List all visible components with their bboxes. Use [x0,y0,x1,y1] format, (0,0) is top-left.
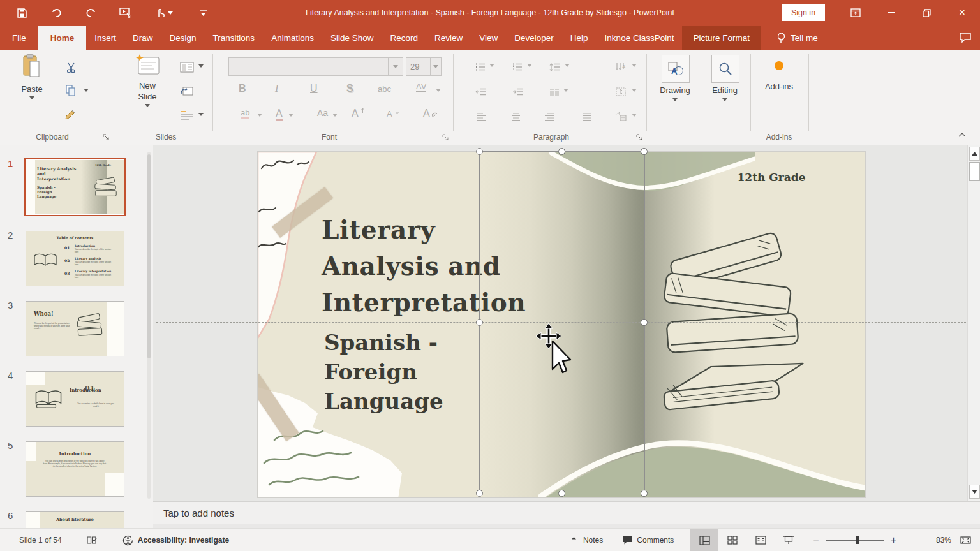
tab-design[interactable]: Design [161,26,205,50]
ribbon-display-options-icon[interactable] [841,0,870,26]
slide-layout-icon[interactable] [180,61,194,73]
selection-handle-bottom-middle[interactable] [558,490,565,497]
section-icon[interactable] [180,109,194,122]
slide-thumbnail-2[interactable]: Table of contents 01 Introduction You ca… [26,231,124,286]
selection-handle-top-middle[interactable] [558,148,565,155]
normal-view-button[interactable] [690,529,718,551]
tab-draw[interactable]: Draw [124,26,161,50]
slide-thumbnail-3[interactable]: Whoa! This can be the part of the presen… [26,301,124,356]
font-name-combobox[interactable] [228,57,403,76]
underline-button[interactable]: U [310,83,318,94]
notes-toggle[interactable]: Notes [569,536,603,545]
drawing-button[interactable]: A [662,55,690,83]
redo-icon[interactable] [83,5,98,20]
selection-handle-bottom-right[interactable] [641,490,648,497]
highlight-chevron-icon[interactable] [257,114,262,117]
tab-slide-show[interactable]: Slide Show [322,26,382,50]
save-icon[interactable] [14,5,29,20]
tab-picture-format[interactable]: Picture Format [682,26,761,50]
tab-file[interactable]: File [0,26,38,50]
editing-button[interactable] [711,55,739,83]
thumbnail-panel-scrollbar[interactable] [147,152,151,499]
font-size-combobox[interactable]: 29 [406,57,442,76]
smartart-chevron-icon[interactable] [632,114,637,117]
strikethrough-button[interactable]: abc [378,84,391,94]
highlight-button[interactable]: ab [241,108,249,119]
section-chevron-icon[interactable] [198,113,204,116]
fit-slide-to-window-icon[interactable] [960,536,971,545]
accessibility-status[interactable]: Accessibility: Investigate [122,535,229,546]
slide-sorter-view-button[interactable] [718,529,746,551]
selection-handle-middle-left[interactable] [476,319,483,326]
zoom-in-button[interactable]: + [891,534,896,546]
columns-chevron-icon[interactable] [563,89,568,92]
change-case-button[interactable]: Aa [317,108,328,118]
grow-font-button[interactable]: A [352,108,359,119]
copy-chevron-icon[interactable] [84,89,89,92]
justify-button[interactable] [579,110,593,123]
align-center-button[interactable] [509,110,523,123]
tab-inknoe-classpoint[interactable]: Inknoe ClassPoint [597,26,683,50]
line-spacing-button[interactable] [547,61,561,73]
tab-transitions[interactable]: Transitions [205,26,264,50]
cut-icon[interactable] [64,61,78,74]
drawing-label-block[interactable]: Drawing [657,85,693,101]
touch-mouse-mode-icon[interactable] [152,5,176,20]
tab-review[interactable]: Review [426,26,471,50]
tab-insert[interactable]: Insert [86,26,124,50]
tab-view[interactable]: View [471,26,506,50]
slide-thumbnail-5[interactable]: Introduction You can give a brief descri… [26,441,124,497]
convert-to-smartart-button[interactable] [614,110,628,123]
add-ins-button[interactable]: Add-ins [757,61,801,91]
font-size-dropdown-icon[interactable] [430,58,441,75]
italic-button[interactable]: I [275,83,278,94]
start-slideshow-icon[interactable] [117,5,133,20]
canvas-scrollbar[interactable] [967,145,980,501]
sign-in-button[interactable]: Sign in [782,4,825,21]
collapse-ribbon-icon[interactable] [958,133,967,141]
selection-handle-top-right[interactable] [641,148,648,155]
selection-handle-bottom-left[interactable] [476,490,483,497]
tab-animations[interactable]: Animations [263,26,322,50]
layout-chevron-icon[interactable] [198,64,204,68]
books-illustration[interactable] [648,214,819,439]
font-color-button[interactable]: A [276,108,283,121]
paste-button[interactable]: Paste [17,54,47,99]
font-name-dropdown-icon[interactable] [388,58,403,75]
zoom-out-button[interactable]: − [813,534,819,546]
copy-icon[interactable] [64,84,78,97]
notes-panel[interactable]: Tap to add notes [153,501,980,524]
line-spacing-chevron-icon[interactable] [565,64,570,67]
bold-button[interactable]: B [239,83,246,94]
slide-subtitle-text[interactable]: Spanish - Foreign Language [324,328,443,416]
shrink-font-button[interactable]: A [387,109,392,119]
comments-toggle-icon[interactable] [960,26,971,50]
increase-indent-button[interactable] [510,85,524,98]
zoom-level[interactable]: 83% [930,536,951,545]
spacing-chevron-icon[interactable] [436,89,441,92]
text-direction-chevron-icon[interactable] [632,64,637,67]
format-painter-icon[interactable] [64,108,78,121]
zoom-slider-thumb[interactable] [856,536,859,544]
bullets-button[interactable] [473,61,487,73]
notes-placeholder[interactable]: Tap to add notes [163,508,234,518]
font-dialog-launcher-icon[interactable] [442,133,450,142]
paragraph-dialog-launcher-icon[interactable] [635,133,644,142]
slide-grade-text[interactable]: 12th Grade [704,171,838,184]
reset-slide-icon[interactable] [180,85,194,98]
reading-view-button[interactable] [746,529,775,551]
columns-button[interactable] [547,85,561,98]
font-color-chevron-icon[interactable] [288,114,293,117]
tab-record[interactable]: Record [382,26,426,50]
scroll-up-icon[interactable] [969,147,980,161]
slide-show-view-button[interactable] [775,529,803,551]
selection-handle-middle-right[interactable] [641,319,648,326]
numbering-chevron-icon[interactable] [527,64,532,67]
undo-icon[interactable] [48,5,64,20]
tab-help[interactable]: Help [562,26,597,50]
text-shadow-button[interactable]: S [346,83,353,94]
minimize-button[interactable] [877,0,906,26]
align-text-button[interactable] [614,85,628,98]
character-spacing-button[interactable]: AV [416,82,426,92]
bullets-chevron-icon[interactable] [489,64,494,67]
